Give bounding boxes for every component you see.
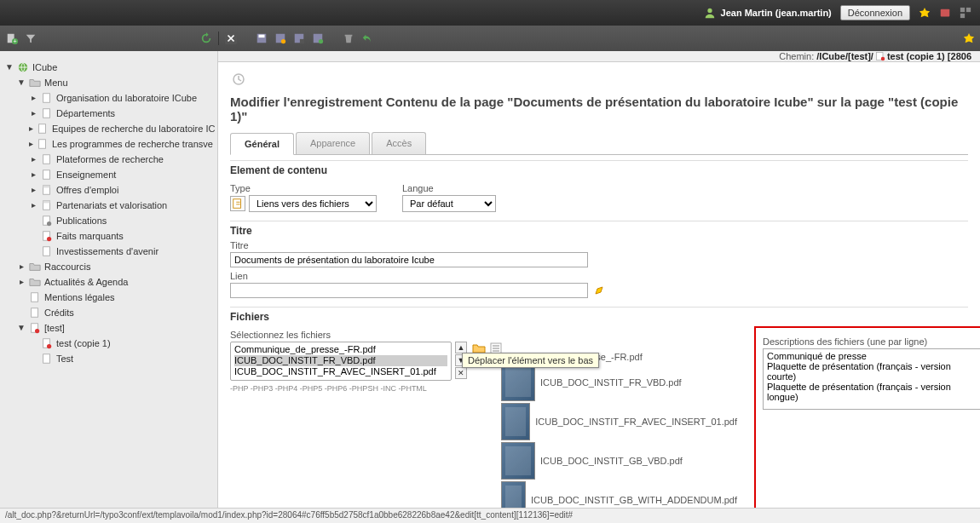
- tree-toggle[interactable]: ▸: [17, 278, 26, 286]
- tree-item[interactable]: Publications: [5, 213, 212, 228]
- tree-label: Equipes de recherche du laboratoire IC: [52, 124, 215, 134]
- gear-page-icon: [41, 215, 53, 227]
- content-area: Chemin: /ICube/ [test]/ test (copie 1) […: [218, 51, 980, 508]
- tree-label: Départements: [56, 108, 115, 118]
- topbar: Jean Martin (jean.martin) Déconnexion: [0, 0, 980, 26]
- tree-toggle[interactable]: ▼: [17, 78, 26, 87]
- file-list[interactable]: Communique_de_presse_-FR.pdfICUB_DOC_INS…: [230, 342, 452, 381]
- refresh-tree-icon[interactable]: [199, 32, 213, 45]
- tree-item[interactable]: ▼[test]: [5, 320, 212, 336]
- bookmark-icon[interactable]: [963, 32, 975, 44]
- tree-toggle[interactable]: ▸: [29, 109, 37, 118]
- tree-toggle[interactable]: [17, 308, 26, 317]
- cache-icon[interactable]: [939, 7, 951, 19]
- tree-item[interactable]: Mentions légales: [5, 290, 212, 305]
- new-page-icon[interactable]: +: [5, 32, 19, 45]
- move-up-button[interactable]: ▲: [455, 342, 467, 353]
- logout-button[interactable]: Déconnexion: [840, 5, 910, 20]
- user-name: Jean Martin (jean.martin): [721, 8, 832, 18]
- save-view-icon[interactable]: [274, 32, 287, 45]
- tree-toggle[interactable]: [29, 354, 37, 363]
- app-icon[interactable]: [960, 7, 971, 19]
- tree-toggle[interactable]: ▸: [29, 140, 33, 148]
- titre-input[interactable]: [230, 252, 588, 267]
- svg-point-29: [47, 221, 51, 226]
- tree-toggle[interactable]: ▼: [17, 324, 26, 332]
- section-title: Titre Titre Lien: [230, 221, 968, 298]
- tree-toggle[interactable]: [29, 247, 37, 256]
- tree-toggle[interactable]: ▸: [29, 124, 33, 133]
- tree-toggle[interactable]: [29, 232, 37, 240]
- tab-appearance[interactable]: Apparence: [296, 132, 370, 154]
- filter-icon[interactable]: [24, 32, 37, 45]
- link-input[interactable]: [230, 283, 588, 298]
- tree-item[interactable]: Faits marquants: [5, 228, 212, 244]
- tree-item[interactable]: ▸Raccourcis: [5, 259, 212, 274]
- tree-toggle[interactable]: [29, 339, 37, 348]
- delete-icon[interactable]: [342, 32, 355, 45]
- tree-item[interactable]: ▸Plateformes de recherche: [5, 152, 212, 167]
- thumbnail-list: Communique_de_presse_-FR.pdfICUB_DOC_INS…: [501, 352, 737, 508]
- user-info: Jean Martin (jean.martin): [704, 7, 832, 19]
- link-wizard-icon[interactable]: [593, 283, 607, 298]
- tree-item[interactable]: ▸Départements: [5, 106, 212, 121]
- tree-label: Offres d'emploi: [56, 185, 118, 195]
- save-close-icon[interactable]: [292, 32, 306, 45]
- page-icon: [41, 107, 53, 119]
- tree-item[interactable]: test (copie 1): [5, 336, 212, 351]
- close-icon[interactable]: [224, 32, 238, 45]
- tree-label: Organisation du laboratoire ICube: [56, 93, 197, 103]
- tree-item[interactable]: ▼Menu: [5, 75, 212, 90]
- thumbnail-icon: [501, 364, 535, 401]
- tree-item[interactable]: ▸Offres d'emploi: [5, 182, 212, 198]
- tabs: Général Apparence Accès: [230, 132, 968, 155]
- svg-rect-3: [966, 8, 971, 12]
- thumbnail-item: ICUB_DOC_INSTIT_FR_AVEC_INSERT_01.pdf: [501, 403, 737, 440]
- descriptions-textarea[interactable]: [763, 348, 980, 410]
- tree-item[interactable]: ▸Les programmes de recherche transve: [5, 136, 212, 152]
- tree-toggle[interactable]: ▸: [29, 155, 37, 164]
- tree-toggle[interactable]: ▸: [29, 94, 37, 102]
- remove-button[interactable]: ✕: [455, 367, 467, 379]
- tab-general[interactable]: Général: [230, 133, 294, 155]
- thumbnail-item: ICUB_DOC_INSTIT_GB_VBD.pdf: [501, 442, 737, 480]
- descriptions-panel: Descriptions des fichiers (une par ligne…: [754, 326, 980, 508]
- tree-item[interactable]: ▸Equipes de recherche du laboratoire IC: [5, 121, 212, 136]
- tree-root[interactable]: ▼ ICube: [5, 60, 212, 75]
- page-icon: [41, 245, 53, 257]
- type-select[interactable]: Liens vers des fichiers: [249, 195, 377, 212]
- tree-label: [test]: [44, 323, 65, 333]
- svg-point-36: [35, 329, 39, 333]
- tree-label: Menu: [44, 78, 68, 88]
- tree-toggle[interactable]: ▼: [5, 63, 14, 72]
- tree-item[interactable]: ▸Actualités & Agenda: [5, 274, 212, 290]
- page-icon: [29, 291, 41, 303]
- tree-item[interactable]: ▸Partenariats et valorisation: [5, 198, 212, 213]
- tree-toggle[interactable]: ▸: [29, 201, 37, 210]
- tree-label: Publications: [56, 216, 107, 226]
- save-icon[interactable]: [255, 32, 268, 45]
- tree-item[interactable]: Test: [5, 351, 212, 366]
- tree-label: test (copie 1): [56, 338, 111, 348]
- save-new-icon[interactable]: [311, 32, 325, 45]
- lang-select[interactable]: Par défaut: [402, 195, 496, 212]
- tree-toggle[interactable]: ▸: [17, 262, 26, 271]
- tree-toggle[interactable]: [29, 216, 37, 225]
- tree-toggle[interactable]: [17, 293, 26, 302]
- tree-item[interactable]: Crédits: [5, 305, 212, 320]
- tree-item[interactable]: ▸Enseignement: [5, 167, 212, 182]
- tooltip-move-down: Déplacer l'élément vers le bas: [462, 353, 599, 368]
- tree-toggle[interactable]: ▸: [29, 170, 37, 179]
- tree-toggle[interactable]: ▸: [29, 186, 37, 194]
- history-icon[interactable]: [232, 72, 968, 88]
- folder-icon: [29, 261, 41, 273]
- tree-item[interactable]: Investissements d'avenir: [5, 244, 212, 259]
- link-label: Lien: [230, 271, 968, 281]
- breadcrumb: Chemin: /ICube/ [test]/ test (copie 1) […: [218, 51, 980, 62]
- tab-access[interactable]: Accès: [372, 132, 426, 154]
- svg-rect-27: [43, 201, 50, 204]
- undo-icon[interactable]: [360, 32, 374, 45]
- tree-label: Plateformes de recherche: [56, 154, 164, 164]
- tree-item[interactable]: ▸Organisation du laboratoire ICube: [5, 90, 212, 106]
- star-icon[interactable]: [919, 7, 931, 19]
